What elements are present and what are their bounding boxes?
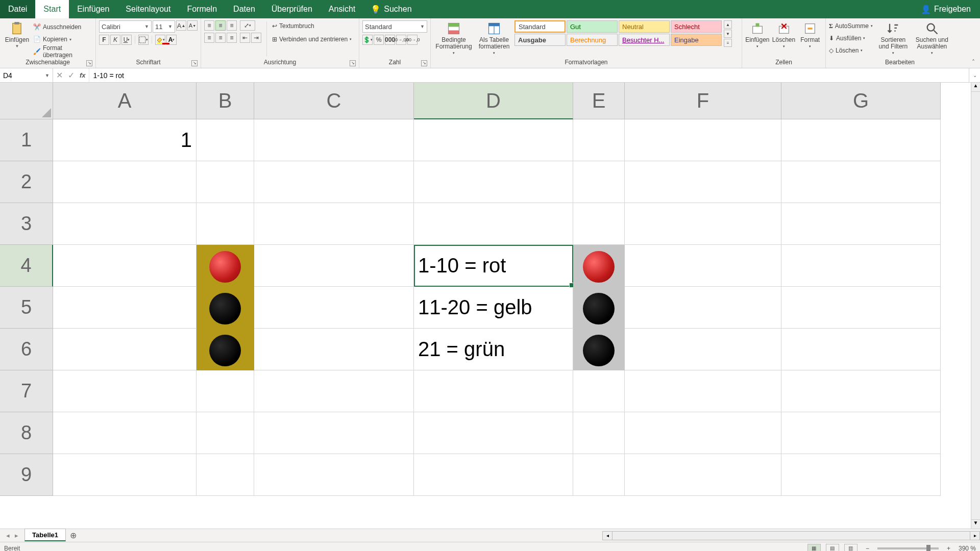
col-header-C[interactable]: C (254, 83, 414, 119)
style-eingabe[interactable]: Eingabe (671, 34, 722, 46)
zoom-level-label[interactable]: 390 % (959, 545, 976, 552)
tab-seitenlayout[interactable]: Seitenlayout (117, 0, 179, 18)
align-middle-button[interactable]: ≡ (215, 20, 226, 31)
scroll-up-button[interactable]: ▲ (971, 83, 980, 92)
sort-filter-button[interactable]: Sortieren und Filtern▾ (875, 20, 912, 55)
cell-D3[interactable] (414, 203, 573, 245)
number-format-dropdown[interactable]: Standard▼ (362, 20, 427, 33)
name-box[interactable]: D4▼ (0, 68, 53, 82)
cell-E1[interactable] (573, 119, 625, 161)
style-gallery-expand[interactable]: ≡ (724, 39, 732, 47)
tab-ueberpruefen[interactable]: Überprüfen (263, 0, 321, 18)
cell-B8[interactable] (197, 412, 254, 454)
cell-A8[interactable] (53, 412, 197, 454)
fill-button[interactable]: ⬇Ausfüllen▾ (829, 33, 873, 44)
zoom-slider[interactable] (877, 547, 939, 549)
cell-A6[interactable] (53, 329, 197, 370)
increase-indent-button[interactable]: ⇥ (251, 33, 261, 43)
align-top-button[interactable]: ≡ (204, 20, 214, 31)
view-page-layout-button[interactable]: ▤ (826, 544, 839, 552)
font-dialog-launcher[interactable]: ↘ (191, 60, 198, 66)
row-header-1[interactable]: 1 (0, 119, 53, 161)
cell-C9[interactable] (254, 454, 414, 496)
borders-button[interactable]: ▾ (138, 35, 149, 45)
underline-button[interactable]: U▾ (121, 35, 132, 45)
cell-A1[interactable]: 1 (53, 119, 197, 161)
cell-A9[interactable] (53, 454, 197, 496)
number-dialog-launcher[interactable]: ↘ (421, 60, 427, 66)
find-select-button[interactable]: Suchen und Auswählen▾ (914, 20, 950, 55)
cell-G9[interactable] (781, 454, 941, 496)
wrap-text-button[interactable]: ↩Textumbruch (272, 20, 352, 32)
copy-button[interactable]: 📄Kopieren▾ (33, 34, 92, 45)
cell-A4[interactable] (53, 245, 197, 287)
decrease-indent-button[interactable]: ⇤ (240, 33, 250, 43)
row-header-9[interactable]: 9 (0, 454, 53, 496)
percent-format-button[interactable]: % (374, 35, 384, 45)
cell-G8[interactable] (781, 412, 941, 454)
cell-B2[interactable] (197, 161, 254, 203)
cell-G2[interactable] (781, 161, 941, 203)
cell-D5[interactable]: 11-20 = gelb (414, 287, 573, 329)
col-header-E[interactable]: E (573, 83, 625, 119)
cell-F7[interactable] (625, 370, 781, 412)
font-size-dropdown[interactable]: 11▼ (153, 20, 175, 33)
cell-C3[interactable] (254, 203, 414, 245)
cell-F5[interactable] (625, 287, 781, 329)
col-header-F[interactable]: F (625, 83, 781, 119)
cancel-formula-button[interactable]: ✕ (56, 70, 63, 80)
sheet-tab-active[interactable]: Tabelle1 (24, 529, 66, 541)
row-header-6[interactable]: 6 (0, 329, 53, 370)
tell-me-search[interactable]: 💡 Suchen (363, 0, 419, 18)
formula-input[interactable]: 1-10 = rot (89, 68, 969, 82)
cell-C7[interactable] (254, 370, 414, 412)
row-header-3[interactable]: 3 (0, 203, 53, 245)
align-left-button[interactable]: ≡ (204, 33, 214, 43)
cell-C6[interactable] (254, 329, 414, 370)
zoom-out-button[interactable]: − (863, 545, 872, 552)
style-standard[interactable]: Standard (514, 20, 566, 33)
cell-A2[interactable] (53, 161, 197, 203)
cell-D8[interactable] (414, 412, 573, 454)
vertical-scrollbar[interactable]: ▲ ▼ (971, 83, 980, 529)
cell-A5[interactable] (53, 287, 197, 329)
sheet-nav-first[interactable]: ◂ (6, 532, 10, 539)
decrease-font-button[interactable]: A▼ (187, 20, 198, 31)
cell-F4[interactable] (625, 245, 781, 287)
col-header-A[interactable]: A (53, 83, 197, 119)
cell-C2[interactable] (254, 161, 414, 203)
insert-function-button[interactable]: fx (80, 71, 86, 79)
select-all-corner[interactable] (0, 83, 53, 119)
new-sheet-button[interactable]: ⊕ (66, 529, 80, 542)
cell-G5[interactable] (781, 287, 941, 329)
enter-formula-button[interactable]: ✓ (68, 70, 75, 80)
font-name-dropdown[interactable]: Calibri▼ (99, 20, 152, 33)
style-scroll-up[interactable]: ▲ (724, 20, 732, 29)
cell-E3[interactable] (573, 203, 625, 245)
col-header-D[interactable]: D (414, 83, 573, 119)
style-scroll-down[interactable]: ▼ (724, 30, 732, 38)
cell-B1[interactable] (197, 119, 254, 161)
cell-A3[interactable] (53, 203, 197, 245)
italic-button[interactable]: K (110, 35, 120, 45)
cell-C5[interactable] (254, 287, 414, 329)
expand-formula-bar-button[interactable]: ⌄ (969, 68, 980, 82)
hscroll-left[interactable]: ◂ (602, 531, 612, 540)
cell-F3[interactable] (625, 203, 781, 245)
tab-daten[interactable]: Daten (225, 0, 263, 18)
cell-B9[interactable] (197, 454, 254, 496)
cell-D6[interactable]: 21 = grün (414, 329, 573, 370)
tab-ansicht[interactable]: Ansicht (321, 0, 363, 18)
cut-button[interactable]: ✂️Ausschneiden (33, 21, 92, 33)
cell-C1[interactable] (254, 119, 414, 161)
cell-F2[interactable] (625, 161, 781, 203)
format-painter-button[interactable]: 🖌️Format übertragen (33, 46, 92, 57)
style-gut[interactable]: Gut (567, 20, 618, 33)
align-bottom-button[interactable]: ≡ (227, 20, 237, 31)
worksheet-grid[interactable]: ABCDEFG 123456789 11-10 = rot11-20 = gel… (0, 83, 980, 529)
cell-F8[interactable] (625, 412, 781, 454)
style-berechnung[interactable]: Berechnung (567, 34, 618, 46)
cell-E8[interactable] (573, 412, 625, 454)
cell-G4[interactable] (781, 245, 941, 287)
align-right-button[interactable]: ≡ (227, 33, 237, 43)
